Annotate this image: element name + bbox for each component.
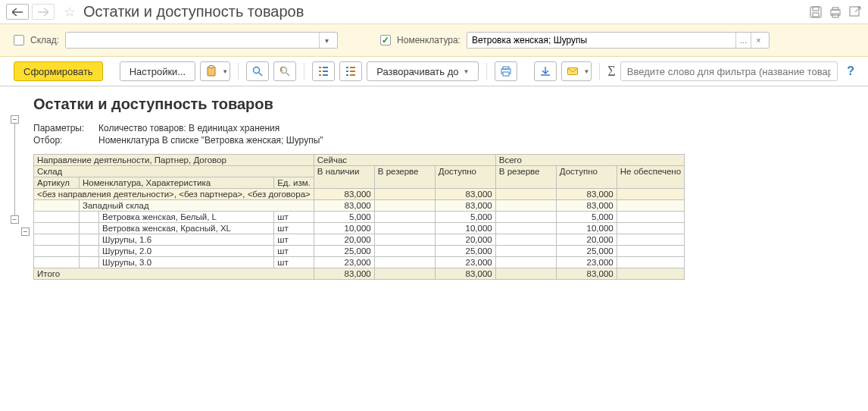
nav-forward-button[interactable]	[32, 4, 55, 20]
collapse-groups-button[interactable]	[312, 61, 335, 81]
search-button[interactable]	[246, 61, 269, 81]
printer-icon	[500, 65, 512, 77]
expand-groups-button[interactable]	[339, 61, 362, 81]
clipboard-icon	[205, 65, 217, 77]
hdr-tavailable: Доступно	[556, 166, 617, 189]
separator	[304, 63, 304, 80]
svg-rect-6	[850, 7, 859, 16]
magnifier-icon	[251, 65, 264, 77]
hdr-article: Артикул	[34, 177, 80, 189]
magnifier-back-icon	[279, 65, 291, 77]
nomenclature-label: Номенклатура:	[397, 35, 461, 45]
svg-rect-0	[810, 7, 821, 17]
link-icon[interactable]	[848, 5, 862, 19]
svg-line-10	[259, 73, 262, 76]
sklad-checkbox[interactable]	[14, 35, 24, 45]
filter-value: Номенклатура В списке "Ветровка женская;…	[98, 134, 323, 146]
dropdown-caret-icon: ▼	[583, 68, 589, 75]
param-value: Количество товаров: В единицах хранения	[98, 122, 279, 134]
filter-input[interactable]	[620, 61, 838, 81]
svg-rect-8	[209, 66, 214, 68]
separator	[599, 63, 600, 80]
param-label: Параметры:	[33, 122, 92, 134]
hdr-unfulfilled: Не обеспечено	[617, 166, 684, 189]
svg-rect-13	[503, 67, 509, 69]
hdr-uom: Ед. изм.	[274, 177, 314, 189]
envelope-icon	[567, 65, 579, 77]
item-row[interactable]: Шурупы, 3.0шт23,00023,00023,000	[34, 257, 685, 268]
sum-button[interactable]: Σ	[607, 64, 615, 80]
group2-toggle[interactable]: −	[21, 227, 30, 236]
favorite-star-icon[interactable]: ☆	[64, 4, 76, 20]
page-title: Остатки и доступность товаров	[83, 3, 304, 20]
search-back-button[interactable]	[273, 61, 296, 81]
dropdown-caret-icon: ▼	[464, 68, 470, 75]
item-row[interactable]: Шурупы, 1.6шт20,00020,00020,000	[34, 234, 685, 246]
hdr-total: Всего	[495, 155, 684, 166]
hdr-reserved: В резерве	[374, 166, 435, 189]
generate-button[interactable]: Сформировать	[14, 61, 103, 81]
total-row: Итого 83,000 83,000 83,000	[34, 268, 685, 280]
dropdown-caret-icon: ▼	[222, 68, 228, 75]
hdr-instock: В наличии	[314, 166, 374, 189]
svg-rect-2	[813, 13, 819, 17]
arrow-left-icon	[12, 8, 23, 16]
svg-point-9	[254, 67, 260, 74]
report-title: Остатки и доступность товаров	[33, 96, 868, 113]
help-button[interactable]: ?	[847, 64, 854, 78]
hdr-nomenclature: Номенклатура, Характеристика	[80, 177, 274, 189]
hdr-available: Доступно	[435, 166, 495, 189]
svg-rect-4	[832, 8, 838, 10]
item-row[interactable]: Шурупы, 2.0шт25,00025,00025,000	[34, 246, 685, 257]
nav-back-button[interactable]	[6, 4, 29, 20]
item-row[interactable]: Ветровка женская, Белый, Lшт5,0005,0005,…	[34, 212, 685, 223]
separator	[238, 63, 239, 80]
sklad-label: Склад:	[30, 35, 59, 45]
sklad-input[interactable]	[66, 33, 319, 48]
outline-toggle[interactable]: −	[11, 115, 19, 124]
report-table[interactable]: Направление деятельности, Партнер, Догов…	[33, 154, 685, 280]
paste-options-button[interactable]: ▼	[200, 61, 230, 81]
nomenclature-checkbox[interactable]	[380, 35, 391, 45]
settings-button[interactable]: Настройки...	[120, 61, 196, 81]
hdr-direction: Направление деятельности, Партнер, Догов…	[34, 155, 314, 166]
svg-rect-14	[503, 72, 509, 76]
separator	[486, 63, 487, 80]
save-report-button[interactable]	[534, 61, 557, 81]
sklad-dropdown-button[interactable]: ▾	[319, 33, 334, 48]
hdr-treserved: В резерве	[495, 166, 556, 189]
save-icon[interactable]	[809, 5, 823, 19]
print-button[interactable]	[495, 61, 517, 81]
filter-label: Отбор:	[33, 134, 92, 146]
expand-to-button[interactable]: Разворачивать до ▼	[367, 61, 479, 81]
nomenclature-clear-button[interactable]: ×	[751, 33, 766, 48]
download-icon	[539, 65, 551, 77]
group1-toggle[interactable]: −	[11, 215, 19, 224]
expand-icon	[345, 65, 357, 77]
collapse-icon	[317, 65, 329, 77]
svg-rect-16	[568, 68, 578, 75]
hdr-sklad: Склад	[34, 166, 314, 177]
group1-row[interactable]: <без направления деятельности>, <без пар…	[34, 189, 685, 200]
svg-rect-1	[813, 7, 819, 11]
arrow-right-icon	[38, 8, 48, 16]
nomenclature-more-button[interactable]: …	[735, 33, 751, 48]
item-row[interactable]: Ветровка женская, Красный, XLшт10,00010,…	[34, 223, 685, 234]
print-icon[interactable]	[829, 5, 842, 19]
hdr-now: Сейчас	[314, 155, 495, 166]
group2-row[interactable]: Западный склад 83,000 83,000 83,000	[34, 200, 685, 212]
nomenclature-input[interactable]	[467, 33, 735, 48]
email-button[interactable]: ▼	[561, 61, 592, 81]
